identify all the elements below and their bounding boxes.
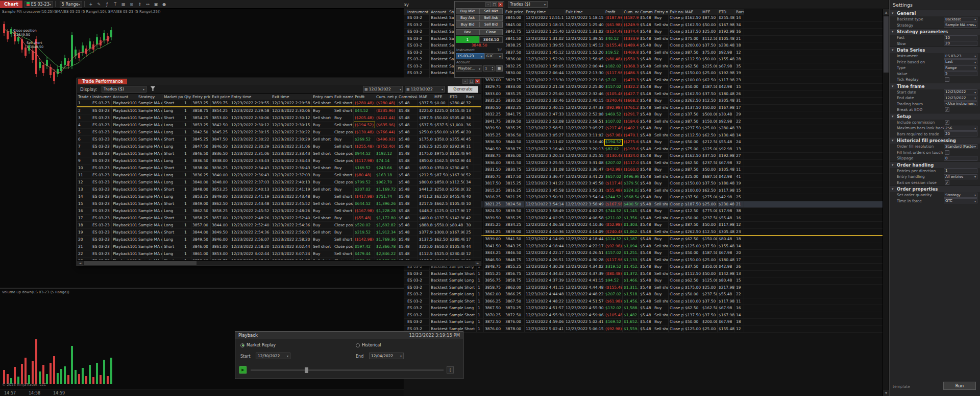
settings-item[interactable]: Exit on session close✓ <box>890 180 980 186</box>
scroll-down-icon[interactable]: ▼ <box>883 390 889 396</box>
grid-row[interactable]: ES 03-2BacktestSampleShort13866.253867.5… <box>388 298 883 306</box>
maximize-button[interactable]: □ <box>492 2 497 7</box>
settings-item-value[interactable]: All entries▾ <box>944 174 977 179</box>
start-date-picker[interactable]: 12/30/2022 ▾ <box>256 353 290 359</box>
trade-row[interactable]: 3ES 03-23Playback101Sample MA cShort1385… <box>77 114 481 122</box>
settings-item-value[interactable]: ✓ <box>944 107 977 112</box>
sell-market-button[interactable]: Sell Mkt <box>479 8 503 14</box>
time-axis[interactable]: 14:57 14:58 14:59 <box>0 389 404 396</box>
instrument-selector[interactable]: ES 03-23 ▾ <box>24 1 53 8</box>
settings-item-value[interactable]: 20 <box>944 41 977 46</box>
settings-item-value[interactable]: 12/23/2022▾ <box>944 89 977 95</box>
checkbox-icon[interactable]: ✓ <box>945 180 949 185</box>
settings-item-value[interactable]: 0 <box>944 156 977 161</box>
settings-item[interactable]: Backtest typeBacktest▾ <box>890 16 980 22</box>
buy-market-button[interactable]: Buy Mkt <box>456 8 479 14</box>
trade-row[interactable]: 22ES 03-23Playback101Sample MA cLong1386… <box>77 250 481 258</box>
spin-down-icon[interactable]: ▾ <box>450 370 451 372</box>
trade-row[interactable]: 10ES 03-23Playback101Sample MA cShort138… <box>77 165 481 172</box>
column-header[interactable]: Exit time <box>565 9 604 15</box>
trade-row[interactable]: 6ES 03-23Playback101Sample MA cShort1384… <box>77 136 481 143</box>
settings-item-value[interactable]: Standard (Fastest)▾ <box>944 144 977 149</box>
trade-row[interactable]: 19ES 03-23Playback101Sample MA cShort138… <box>77 229 481 236</box>
grid-row[interactable]: ES 03-2BacktestSampleLong13856.753858.75… <box>388 277 883 285</box>
scroll-right-icon[interactable]: ► <box>475 261 481 266</box>
trade-row[interactable]: 20ES 03-23Playback101Sample MA cLong1384… <box>77 236 481 243</box>
close-button[interactable]: × <box>498 2 503 7</box>
trade-row[interactable]: 7ES 03-23Playback101Sample MA cLong13847… <box>77 143 481 150</box>
column-header[interactable]: MFE <box>701 9 718 15</box>
column-header[interactable]: Exit nam <box>669 9 684 15</box>
checkbox-icon[interactable]: ✓ <box>945 120 949 125</box>
settings-section-header[interactable]: ▾Setup <box>890 113 980 120</box>
scroll-left-icon[interactable]: ◄ <box>77 261 83 266</box>
trade-row[interactable]: 18ES 03-23Playback101Sample MA cLong1385… <box>77 222 481 229</box>
trade-row[interactable]: 11ES 03-23Playback101Sample MA cLong1383… <box>77 172 481 179</box>
sell-ask-button[interactable]: Sell Ask <box>479 15 503 21</box>
column-header[interactable]: Account <box>430 9 448 15</box>
scrollbar-thumb[interactable] <box>84 261 197 265</box>
playback-titlebar[interactable]: Playback 12/23/2022 3:19:15 PM <box>235 332 463 339</box>
column-header[interactable]: Qty <box>183 94 191 100</box>
minimize-button[interactable]: – <box>485 2 491 7</box>
settings-item-value[interactable]: 1 <box>944 168 977 173</box>
vertical-scrollbar[interactable]: ▲ ▼ <box>883 9 889 396</box>
grid-row[interactable]: ES 03-2BacktestSampleLong13862.003866.25… <box>388 291 883 298</box>
trade-row[interactable]: 15ES 03-23Playback101Sample MA cShort138… <box>77 200 481 207</box>
column-header[interactable]: Entry na <box>653 9 669 15</box>
scroll-up-icon[interactable]: ▲ <box>883 9 889 15</box>
settings-item-value[interactable]: 20 <box>944 131 977 136</box>
column-header[interactable]: Exit time <box>271 94 312 100</box>
settings-item[interactable]: Start date12/23/2022▾ <box>890 89 980 96</box>
settings-item[interactable]: Bars required to trade20 <box>890 131 980 137</box>
quantity-stepper[interactable]: 1 ▴ ▾ <box>483 65 495 72</box>
settings-item[interactable]: Entries per direction1 <box>890 168 980 174</box>
crosshair-icon[interactable]: + <box>87 1 94 8</box>
settings-section-header[interactable]: ▾Historical fill processing <box>890 137 980 144</box>
horizontal-scrollbar[interactable]: ◄ ► <box>77 260 481 266</box>
display-dropdown[interactable]: Trades ($) ▾ <box>508 1 548 8</box>
order-panel-titlebar[interactable]: – □ × <box>455 2 504 8</box>
settings-item-value[interactable]: Backtest▾ <box>944 17 977 22</box>
minimize-button[interactable]: – <box>462 79 468 84</box>
column-header[interactable]: Commis <box>639 9 653 15</box>
reverse-button[interactable]: Rev <box>456 29 479 35</box>
close-button[interactable]: × <box>475 79 480 84</box>
settings-section-header[interactable]: ▾Strategy parameters <box>890 28 980 35</box>
settings-item[interactable]: Price based onLast▾ <box>890 59 980 65</box>
trade-row[interactable]: 21ES 03-23Playback101Sample MA cShort138… <box>77 243 481 250</box>
column-header[interactable]: MAE <box>418 94 433 100</box>
display-dropdown[interactable]: Trades ($) ▾ <box>102 86 146 92</box>
trade-row[interactable]: 8ES 03-23Playback101Sample MA cShort1384… <box>77 150 481 157</box>
order-instrument-dropdown[interactable]: ES 03-23 ▾ <box>456 53 484 59</box>
chart-settings-icon[interactable]: ● <box>161 1 168 8</box>
column-header[interactable]: Entry time <box>230 94 271 100</box>
tif-dropdown[interactable]: GTC ▾ <box>484 53 503 59</box>
column-header[interactable]: Exit price <box>504 9 525 15</box>
column-header[interactable]: Entry price <box>191 94 211 100</box>
column-header[interactable]: ETD <box>718 9 735 15</box>
column-header[interactable]: MAE <box>684 9 701 15</box>
checkbox-icon[interactable] <box>945 77 949 82</box>
column-header[interactable]: Exit price <box>211 94 230 100</box>
speed-stepper[interactable]: ▴ ▾ <box>447 366 454 374</box>
column-header[interactable]: MFE <box>433 94 449 100</box>
settings-item[interactable]: Slow20 <box>890 41 980 47</box>
account-dropdown[interactable]: Playbac... ▾ <box>456 65 482 72</box>
settings-item-value[interactable]: 256▾ <box>944 126 977 131</box>
settings-item[interactable]: Value5 <box>890 71 980 77</box>
pencil-icon[interactable]: ✎ <box>95 1 103 8</box>
settings-item-value[interactable]: Strategy▾ <box>944 193 977 198</box>
settings-item[interactable]: Maximum bars look back256▾ <box>890 125 980 131</box>
settings-item-value[interactable]: Range▾ <box>944 65 977 71</box>
scrollbar-thumb[interactable] <box>884 16 889 73</box>
grid-row[interactable]: ES 03-2BacktestSampleLong13872.503876.00… <box>388 319 883 326</box>
trade-performance-titlebar[interactable]: Trade Performance – □ × <box>77 78 481 85</box>
grid-row[interactable]: ES 03-2BacktestSampleShort13855.253856.7… <box>388 271 883 278</box>
interval-selector[interactable]: 5 Range ▾ <box>60 1 82 8</box>
settings-item[interactable]: End date12/23/2022▾ <box>890 95 980 101</box>
column-header[interactable]: Strategy <box>137 94 163 100</box>
column-header[interactable]: Market pos. <box>163 94 183 100</box>
slider-thumb[interactable] <box>305 367 308 373</box>
grid-row[interactable]: ES 03-2BacktestSampleShort13870.253872.5… <box>388 312 883 319</box>
